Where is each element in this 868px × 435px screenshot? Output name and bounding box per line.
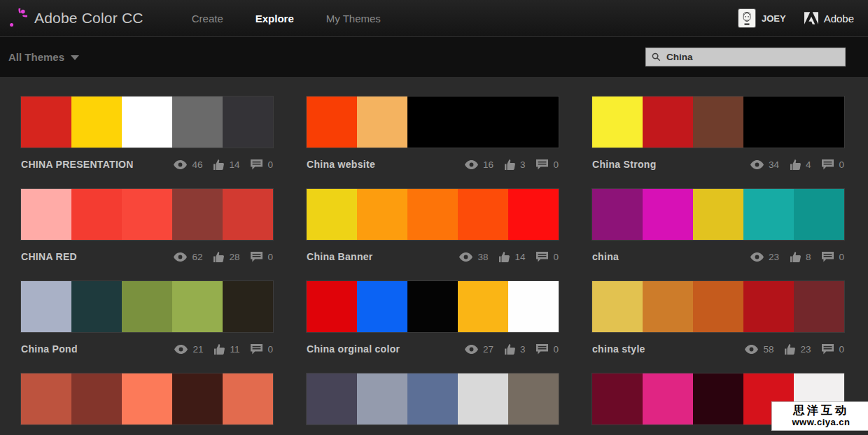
- nav-item-explore[interactable]: Explore: [255, 13, 294, 24]
- color-swatch[interactable]: [592, 97, 643, 148]
- color-swatch[interactable]: [21, 281, 71, 332]
- theme-card[interactable]: China Banner38140: [307, 189, 559, 264]
- color-swatch[interactable]: [307, 189, 357, 240]
- color-swatch[interactable]: [357, 189, 407, 240]
- color-strip[interactable]: [307, 373, 559, 425]
- color-swatch[interactable]: [643, 189, 693, 240]
- color-swatch[interactable]: [592, 373, 643, 425]
- color-swatch[interactable]: [794, 281, 844, 332]
- color-strip[interactable]: [592, 189, 844, 240]
- adobe-logo-icon: [804, 12, 818, 24]
- color-swatch[interactable]: [172, 281, 223, 332]
- theme-card[interactable]: China Pond21110: [21, 281, 273, 357]
- theme-card[interactable]: China Strong3440: [592, 97, 844, 172]
- color-swatch[interactable]: [21, 97, 71, 148]
- color-swatch[interactable]: [458, 189, 508, 240]
- color-swatch[interactable]: [71, 97, 122, 148]
- likes-stat: 14: [214, 159, 239, 170]
- color-swatch[interactable]: [693, 189, 743, 240]
- color-swatch[interactable]: [71, 281, 122, 332]
- color-swatch[interactable]: [172, 373, 223, 425]
- theme-card[interactable]: china style58230: [592, 281, 844, 357]
- color-swatch[interactable]: [794, 97, 844, 148]
- color-swatch[interactable]: [407, 189, 458, 240]
- search-box[interactable]: [645, 48, 846, 66]
- color-swatch[interactable]: [743, 281, 794, 332]
- search-input[interactable]: [665, 51, 839, 63]
- color-swatch[interactable]: [643, 373, 693, 425]
- theme-card[interactable]: China orginal color2730: [307, 281, 559, 357]
- color-swatch[interactable]: [71, 373, 122, 425]
- color-swatch[interactable]: [21, 189, 71, 240]
- color-swatch[interactable]: [71, 189, 122, 240]
- color-swatch[interactable]: [357, 281, 407, 332]
- theme-card[interactable]: [21, 373, 273, 435]
- color-strip[interactable]: [592, 97, 844, 148]
- color-swatch[interactable]: [122, 97, 172, 148]
- theme-footer: china2380: [592, 249, 844, 264]
- theme-card[interactable]: china2380: [592, 189, 844, 264]
- color-swatch[interactable]: [592, 281, 643, 332]
- color-swatch[interactable]: [643, 97, 693, 148]
- brand[interactable]: Adobe Color CC: [8, 8, 144, 28]
- nav-item-create[interactable]: Create: [192, 13, 223, 24]
- color-swatch[interactable]: [21, 373, 71, 425]
- color-swatch[interactable]: [307, 373, 357, 425]
- color-strip[interactable]: [21, 189, 273, 240]
- color-swatch[interactable]: [508, 373, 559, 425]
- theme-title: china: [592, 251, 619, 262]
- color-strip[interactable]: [307, 189, 559, 240]
- theme-card[interactable]: [307, 373, 559, 435]
- color-swatch[interactable]: [122, 189, 172, 240]
- color-swatch[interactable]: [307, 281, 357, 332]
- theme-card[interactable]: CHINA RED62280: [21, 189, 273, 264]
- user-avatar[interactable]: [738, 9, 755, 27]
- nav-item-my-themes[interactable]: My Themes: [326, 13, 381, 24]
- color-swatch[interactable]: [407, 373, 458, 425]
- color-swatch[interactable]: [458, 97, 508, 148]
- color-swatch[interactable]: [458, 281, 508, 332]
- color-swatch[interactable]: [357, 97, 407, 148]
- views-eye-icon: [750, 160, 764, 169]
- color-swatch[interactable]: [223, 373, 273, 425]
- color-strip[interactable]: [592, 281, 844, 332]
- color-swatch[interactable]: [743, 189, 794, 240]
- color-swatch[interactable]: [693, 373, 743, 425]
- color-swatch[interactable]: [458, 373, 508, 425]
- user-name[interactable]: JOEY: [762, 13, 786, 24]
- color-swatch[interactable]: [407, 97, 458, 148]
- theme-card[interactable]: China website1630: [307, 97, 559, 172]
- color-swatch[interactable]: [223, 189, 273, 240]
- color-swatch[interactable]: [693, 281, 743, 332]
- comments-stat: 0: [822, 344, 844, 355]
- color-strip[interactable]: [21, 373, 273, 425]
- color-swatch[interactable]: [743, 97, 794, 148]
- theme-title: China Banner: [307, 251, 373, 262]
- color-swatch[interactable]: [508, 189, 559, 240]
- color-swatch[interactable]: [307, 97, 357, 148]
- color-swatch[interactable]: [508, 281, 559, 332]
- color-swatch[interactable]: [172, 189, 223, 240]
- adobe-link[interactable]: Adobe: [804, 12, 854, 24]
- color-swatch[interactable]: [693, 97, 743, 148]
- color-swatch[interactable]: [508, 97, 559, 148]
- theme-stats: 21110: [163, 344, 273, 355]
- color-swatch[interactable]: [223, 281, 273, 332]
- color-swatch[interactable]: [357, 373, 407, 425]
- color-swatch[interactable]: [122, 373, 172, 425]
- views-eye-icon: [459, 252, 472, 262]
- color-swatch[interactable]: [223, 97, 273, 148]
- theme-footer: China Banner38140: [307, 249, 559, 264]
- color-swatch[interactable]: [172, 97, 223, 148]
- color-strip[interactable]: [307, 97, 559, 148]
- all-themes-dropdown[interactable]: All Themes: [8, 51, 79, 63]
- color-swatch[interactable]: [794, 189, 844, 240]
- color-swatch[interactable]: [643, 281, 693, 332]
- color-strip[interactable]: [21, 97, 273, 148]
- color-swatch[interactable]: [592, 189, 643, 240]
- color-swatch[interactable]: [122, 281, 172, 332]
- color-strip[interactable]: [307, 281, 559, 332]
- color-swatch[interactable]: [407, 281, 458, 332]
- theme-card[interactable]: CHINA PRESENTATION46140: [21, 97, 273, 172]
- color-strip[interactable]: [21, 281, 273, 332]
